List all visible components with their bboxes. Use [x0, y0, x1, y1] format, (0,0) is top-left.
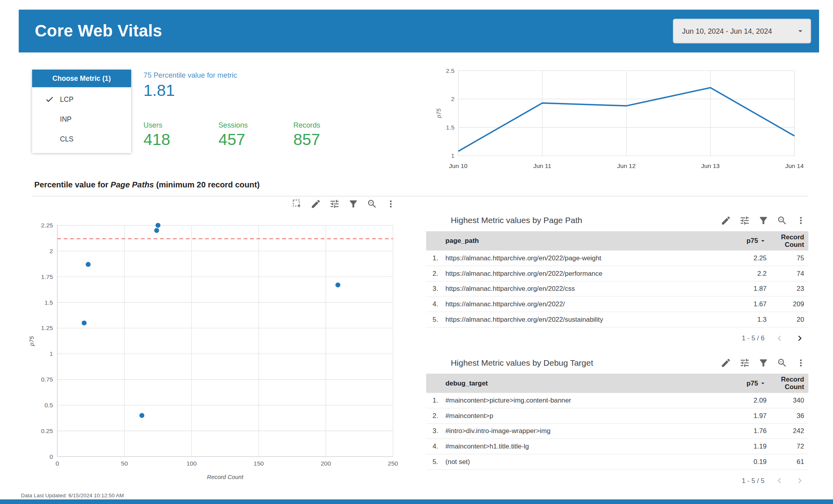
row-index: 4.: [426, 300, 445, 308]
row-index: 1.: [426, 397, 445, 404]
check-slot-empty: [45, 115, 54, 124]
page-range-label: 1 - 5 / 6: [742, 334, 764, 342]
zoom-icon[interactable]: [777, 357, 787, 368]
svg-text:Record Count: Record Count: [207, 474, 243, 480]
table-title: Highest Metric values by Debug Target: [451, 358, 593, 368]
metric-option-cls[interactable]: CLS: [32, 129, 131, 149]
row-name: #maincontent>h1.title.title-lg: [445, 443, 715, 451]
column-header-record-count[interactable]: Record Count: [766, 233, 808, 248]
table-header-row: page_path p75 Record Count: [426, 231, 808, 251]
row-index: 2.: [426, 412, 445, 420]
svg-text:100: 100: [186, 460, 197, 467]
svg-text:0.5: 0.5: [44, 402, 53, 409]
prev-page-button: [774, 333, 785, 344]
column-header-p75[interactable]: p75: [715, 380, 767, 387]
kpi-label: Records: [293, 121, 368, 129]
table-row[interactable]: 3.#intro>div.intro-image-wrapper>img1.76…: [426, 424, 808, 439]
table-row[interactable]: 2.#maincontent>p1.9736: [426, 408, 808, 424]
kpi-value: 418: [143, 131, 218, 149]
row-count: 61: [766, 458, 808, 466]
row-name: https://almanac.httparchive.org/en/2022/…: [445, 254, 715, 262]
edit-icon[interactable]: [311, 199, 321, 209]
column-header-record-count[interactable]: Record Count: [766, 376, 808, 391]
table-row[interactable]: 3.https://almanac.httparchive.org/en/202…: [426, 281, 808, 297]
zoom-icon[interactable]: [777, 215, 787, 226]
percentile-scatter-chart[interactable]: 00.250.50.7511.251.51.7522.2505010015020…: [27, 216, 402, 483]
table-row[interactable]: 1.#maincontent>picture>img.content-banne…: [426, 393, 808, 409]
table-body: 1.#maincontent>picture>img.content-banne…: [426, 393, 808, 470]
svg-text:0: 0: [55, 460, 59, 467]
row-count: 75: [766, 254, 808, 262]
page-title: Core Web Vitals: [35, 21, 162, 41]
table-row[interactable]: 4.#maincontent>h1.title.title-lg1.1972: [426, 439, 808, 454]
metric-option-inp[interactable]: INP: [32, 109, 131, 129]
row-index: 4.: [426, 443, 445, 451]
row-name: (not set): [445, 458, 715, 466]
row-count: 74: [766, 269, 808, 277]
svg-text:p75: p75: [29, 336, 35, 346]
filter-icon[interactable]: [758, 215, 769, 226]
table-row[interactable]: 5.https://almanac.httparchive.org/en/202…: [426, 312, 808, 328]
menu-icon[interactable]: [795, 357, 806, 368]
last-updated-label: Data Last Updated: 6/15/2024 10:12:50 AM: [21, 493, 124, 498]
svg-text:p75: p75: [436, 109, 442, 118]
filter-icon[interactable]: [758, 357, 769, 368]
svg-text:2.5: 2.5: [446, 67, 455, 74]
pagination: 1 - 5 / 5: [426, 470, 808, 491]
kpi-value: 857: [293, 131, 368, 149]
row-name: #maincontent>p: [445, 412, 715, 420]
section-title: Percentile value for Page Paths (minimum…: [34, 180, 260, 189]
p75-timeseries-chart[interactable]: 11.522.5Jun 10Jun 11Jun 12Jun 13Jun 14p7…: [434, 63, 808, 173]
metric-option-lcp[interactable]: LCP: [32, 90, 131, 109]
sliders-icon[interactable]: [739, 215, 750, 226]
row-count: 72: [766, 443, 808, 451]
zoom-icon[interactable]: [367, 199, 377, 209]
svg-text:2: 2: [50, 248, 53, 254]
table-row[interactable]: 2.https://almanac.httparchive.org/en/202…: [426, 266, 808, 281]
row-name: #maincontent>picture>img.content-banner: [445, 397, 715, 404]
table-row[interactable]: 1.https://almanac.httparchive.org/en/202…: [426, 250, 808, 266]
row-name: https://almanac.httparchive.org/en/2022/: [445, 300, 715, 308]
row-p75: 1.19: [715, 443, 767, 451]
svg-text:1: 1: [451, 153, 455, 159]
table-toolbar: [720, 215, 808, 226]
marquee-select-icon[interactable]: [292, 199, 302, 209]
row-p75: 1.87: [715, 285, 767, 292]
next-page-button: [795, 475, 805, 486]
sliders-icon[interactable]: [739, 357, 750, 368]
edit-icon[interactable]: [720, 215, 731, 226]
filter-icon[interactable]: [348, 199, 359, 209]
next-page-button[interactable]: [795, 333, 805, 344]
table-row[interactable]: 5.(not set)0.1961: [426, 454, 808, 470]
row-p75: 1.67: [715, 300, 767, 308]
column-header-debug-target[interactable]: debug_target: [426, 380, 715, 387]
svg-text:150: 150: [254, 460, 264, 467]
svg-text:0: 0: [50, 453, 53, 460]
sort-desc-icon: [759, 237, 767, 244]
row-name: https://almanac.httparchive.org/en/2022/…: [445, 285, 715, 292]
svg-text:50: 50: [121, 460, 128, 467]
date-range-label: Jun 10, 2024 - Jun 14, 2024: [682, 27, 772, 35]
row-count: 209: [766, 300, 808, 308]
svg-text:0.75: 0.75: [41, 376, 53, 383]
table-row[interactable]: 4.https://almanac.httparchive.org/en/202…: [426, 297, 808, 312]
row-name: https://almanac.httparchive.org/en/2022/…: [445, 269, 715, 277]
column-header-page-path[interactable]: page_path: [426, 237, 715, 244]
row-count: 242: [766, 428, 808, 435]
row-count: 23: [766, 285, 808, 292]
sliders-icon[interactable]: [329, 199, 340, 209]
column-header-p75[interactable]: p75: [715, 237, 767, 244]
menu-icon[interactable]: [795, 215, 806, 226]
menu-icon[interactable]: [386, 199, 396, 209]
page-range-label: 1 - 5 / 5: [742, 477, 764, 485]
percentile-value: 1.81: [143, 81, 237, 99]
edit-icon[interactable]: [720, 357, 731, 368]
row-p75: 1.3: [715, 316, 767, 323]
metric-selector-title[interactable]: Choose Metric (1): [32, 70, 131, 88]
svg-text:2.25: 2.25: [41, 222, 53, 229]
date-range-picker[interactable]: Jun 10, 2024 - Jun 14, 2024: [673, 19, 811, 43]
svg-text:1.75: 1.75: [41, 273, 53, 280]
svg-text:250: 250: [388, 460, 398, 467]
row-index: 5.: [426, 316, 445, 323]
row-name: #intro>div.intro-image-wrapper>img: [445, 428, 715, 435]
